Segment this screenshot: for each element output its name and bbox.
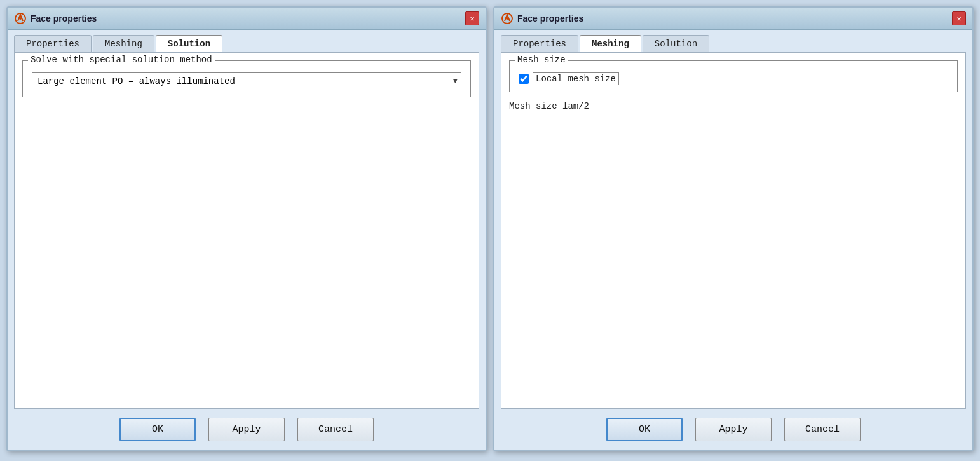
tab-bar-2: Properties Meshing Solution bbox=[494, 30, 972, 52]
tab-properties-1[interactable]: Properties bbox=[14, 35, 92, 52]
dialog-footer-1: OK Apply Cancel bbox=[8, 409, 486, 450]
dialog-title-2: Face properties bbox=[517, 13, 583, 24]
dialog-content-1: Solve with special solution method Large… bbox=[14, 52, 479, 409]
local-mesh-label: Local mesh size bbox=[533, 72, 619, 85]
tab-meshing-2[interactable]: Meshing bbox=[580, 35, 641, 52]
face-properties-dialog-2: Face properties ✕ Properties Meshing Sol… bbox=[493, 6, 974, 451]
local-mesh-size-row: Local mesh size bbox=[519, 72, 948, 85]
dialog-footer-2: OK Apply Cancel bbox=[494, 409, 972, 450]
apply-button-1[interactable]: Apply bbox=[208, 418, 285, 441]
tab-solution-1[interactable]: Solution bbox=[156, 35, 222, 52]
svg-point-1 bbox=[19, 17, 22, 20]
mesh-size-value: Mesh size lam/2 bbox=[509, 100, 958, 113]
solution-method-dropdown[interactable]: Large element PO – always illuminated St… bbox=[32, 72, 461, 90]
dialog-content-2: Mesh size Local mesh size Mesh size lam/… bbox=[501, 52, 966, 409]
cancel-button-2[interactable]: Cancel bbox=[784, 418, 861, 441]
mesh-size-content: Local mesh size bbox=[519, 72, 948, 85]
title-bar-1: Face properties ✕ bbox=[8, 8, 486, 30]
svg-point-3 bbox=[506, 17, 508, 20]
tab-meshing-1[interactable]: Meshing bbox=[93, 35, 154, 52]
app-icon-2 bbox=[501, 12, 514, 25]
tab-bar-1: Properties Meshing Solution bbox=[8, 30, 486, 52]
tab-properties-2[interactable]: Properties bbox=[501, 35, 578, 52]
title-bar-left-2: Face properties bbox=[501, 12, 583, 25]
close-button-2[interactable]: ✕ bbox=[952, 11, 966, 25]
close-button-1[interactable]: ✕ bbox=[465, 11, 479, 25]
ok-button-2[interactable]: OK bbox=[606, 418, 683, 441]
solution-method-content: Large element PO – always illuminated St… bbox=[32, 72, 461, 90]
solution-method-group-title: Solve with special solution method bbox=[28, 55, 215, 65]
cancel-button-1[interactable]: Cancel bbox=[297, 418, 374, 441]
title-bar-left-1: Face properties bbox=[14, 12, 97, 25]
tab-solution-2[interactable]: Solution bbox=[643, 35, 709, 52]
title-bar-2: Face properties ✕ bbox=[494, 8, 972, 30]
ok-button-1[interactable]: OK bbox=[119, 418, 196, 441]
app-icon-1 bbox=[14, 12, 27, 25]
dialog-title-1: Face properties bbox=[31, 13, 97, 24]
face-properties-dialog-1: Face properties ✕ Properties Meshing Sol… bbox=[6, 6, 487, 451]
mesh-size-group-title: Mesh size bbox=[515, 55, 568, 65]
solution-method-select-wrapper: Large element PO – always illuminated St… bbox=[32, 72, 461, 90]
local-mesh-checkbox[interactable] bbox=[519, 74, 529, 84]
solution-method-group: Solve with special solution method Large… bbox=[22, 60, 471, 97]
apply-button-2[interactable]: Apply bbox=[695, 418, 772, 441]
mesh-size-group: Mesh size Local mesh size bbox=[509, 60, 958, 92]
